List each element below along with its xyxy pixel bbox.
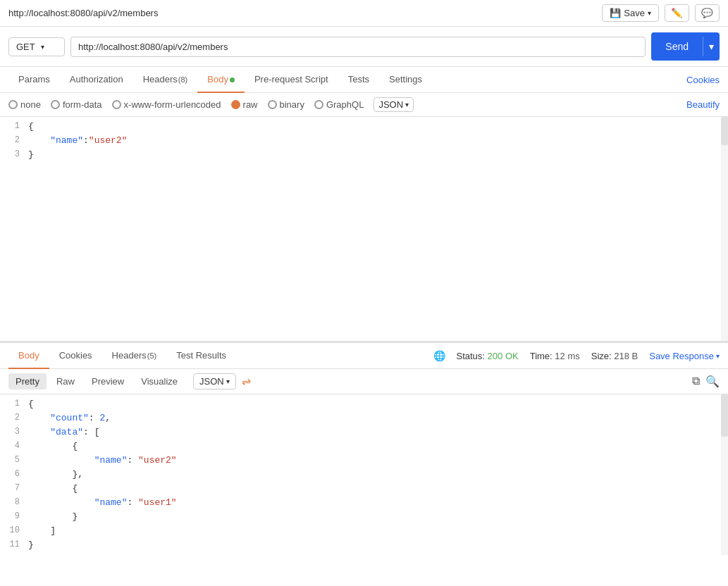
radio-none [8, 100, 18, 109]
pencil-icon: ✏️ [671, 8, 683, 18]
req-line-2: 2 "name":"user2" [0, 134, 728, 148]
comment-icon-button[interactable]: 💬 [695, 4, 720, 22]
body-type-bar: none form-data x-www-form-urlencoded raw… [0, 93, 728, 117]
json-chevron-icon: ▾ [405, 101, 409, 108]
search-icon-button[interactable]: 🔍 [705, 375, 720, 388]
resp-line-5: 5 "name": "user2" [0, 454, 728, 468]
response-size: 218 B [614, 351, 638, 361]
response-actions: ⧉ 🔍 [692, 375, 720, 388]
send-arrow-icon: ▾ [703, 37, 720, 56]
body-type-graphql[interactable]: GraphQL [314, 99, 364, 110]
body-type-binary[interactable]: binary [268, 99, 304, 110]
top-actions: 💾 Save ▾ ✏️ 💬 [602, 4, 720, 22]
req-line-3: 3 } [0, 148, 728, 162]
tab-authorization[interactable]: Authorization [60, 67, 133, 93]
req-line-1: 1 { [0, 120, 728, 134]
format-raw[interactable]: Raw [49, 373, 82, 389]
resp-scrollbar[interactable] [721, 394, 728, 555]
tab-pre-request[interactable]: Pre-request Script [245, 67, 338, 93]
tab-settings[interactable]: Settings [379, 67, 432, 93]
tab-tests[interactable]: Tests [338, 67, 379, 93]
url-bar: GET ▾ Send ▾ [0, 27, 728, 67]
resp-tab-test-results[interactable]: Test Results [166, 343, 236, 369]
radio-form-data [51, 100, 60, 109]
body-dot [230, 77, 235, 82]
top-bar: http://localhost:8080/api/v2/members 💾 S… [0, 0, 728, 27]
save-chevron-icon: ▾ [648, 9, 651, 17]
resp-line-8: 8 "name": "user1" [0, 496, 728, 510]
response-body-editor[interactable]: 1 { 2 "count": 2, 3 "data": [ 4 { 5 "nam… [0, 394, 728, 555]
window-url: http://localhost:8080/api/v2/members [8, 8, 158, 18]
send-label: Send [651, 37, 703, 56]
resp-line-6: 6 }, [0, 468, 728, 482]
method-selector[interactable]: GET ▾ [8, 37, 65, 56]
resp-line-1: 1 { [0, 397, 728, 411]
response-section: Body Cookies Headers(5) Test Results 🌐 S… [0, 343, 728, 555]
response-format-bar: Pretty Raw Preview Visualize JSON ▾ ⇌ ⧉ … [0, 369, 728, 394]
tab-params[interactable]: Params [8, 67, 60, 93]
resp-scrollbar-thumb[interactable] [721, 394, 728, 437]
radio-graphql [314, 100, 323, 109]
cookies-link[interactable]: Cookies [686, 68, 720, 92]
resp-line-3: 3 "data": [ [0, 425, 728, 440]
radio-urlencoded [112, 100, 121, 109]
resp-line-10: 10 ] [0, 524, 728, 538]
save-label: Save [624, 8, 645, 18]
req-scrollbar-thumb[interactable] [721, 117, 728, 145]
comment-icon: 💬 [701, 8, 713, 18]
body-type-none[interactable]: none [8, 99, 41, 110]
save-response-chevron-icon: ▾ [716, 352, 720, 360]
response-time: 12 ms [555, 351, 579, 361]
copy-icon-button[interactable]: ⧉ [692, 375, 700, 388]
format-preview[interactable]: Preview [85, 373, 131, 389]
save-icon: 💾 [610, 8, 621, 18]
format-pretty[interactable]: Pretty [8, 373, 47, 389]
resp-line-4: 4 { [0, 440, 728, 454]
resp-line-7: 7 { [0, 482, 728, 496]
request-tabs: Params Authorization Headers(8) Body Pre… [0, 67, 728, 93]
resp-line-11: 11 } [0, 538, 728, 552]
resp-line-2: 2 "count": 2, [0, 411, 728, 425]
radio-binary [268, 100, 277, 109]
req-scrollbar[interactable] [721, 117, 728, 341]
json-selector[interactable]: JSON ▾ [374, 97, 414, 112]
json-format-chevron-icon: ▾ [226, 378, 230, 385]
body-type-form-data[interactable]: form-data [51, 99, 102, 110]
method-chevron-icon: ▾ [41, 43, 44, 51]
body-type-urlencoded[interactable]: x-www-form-urlencoded [112, 99, 221, 110]
resp-tab-body[interactable]: Body [8, 343, 49, 369]
request-section: GET ▾ Send ▾ Params Authorization Header… [0, 27, 728, 343]
method-label: GET [16, 42, 35, 52]
radio-raw [231, 100, 240, 109]
resp-tab-headers[interactable]: Headers(5) [102, 343, 167, 369]
json-format-selector[interactable]: JSON ▾ [193, 373, 236, 389]
save-button[interactable]: 💾 Save ▾ [602, 4, 659, 22]
body-type-raw[interactable]: raw [231, 99, 258, 110]
response-tabs-bar: Body Cookies Headers(5) Test Results 🌐 S… [0, 343, 728, 369]
send-button[interactable]: Send ▾ [651, 32, 720, 61]
globe-icon: 🌐 [433, 350, 445, 361]
request-body-editor[interactable]: 1 { 2 "name":"user2" 3 } [0, 117, 728, 342]
tab-headers[interactable]: Headers(8) [133, 67, 198, 93]
status-code: 200 OK [488, 351, 519, 361]
filter-icon-button[interactable]: ⇌ [242, 375, 251, 388]
resp-line-9: 9 } [0, 510, 728, 524]
url-input[interactable] [70, 37, 646, 57]
beautify-button[interactable]: Beautify [686, 99, 720, 110]
response-status-bar: 🌐 Status: 200 OK Time: 12 ms Size: 218 B… [433, 350, 720, 361]
format-visualize[interactable]: Visualize [134, 373, 185, 389]
tab-body[interactable]: Body [197, 67, 245, 93]
save-response-button[interactable]: Save Response ▾ [649, 351, 720, 361]
edit-icon-button[interactable]: ✏️ [665, 4, 689, 22]
resp-tab-cookies[interactable]: Cookies [49, 343, 102, 369]
